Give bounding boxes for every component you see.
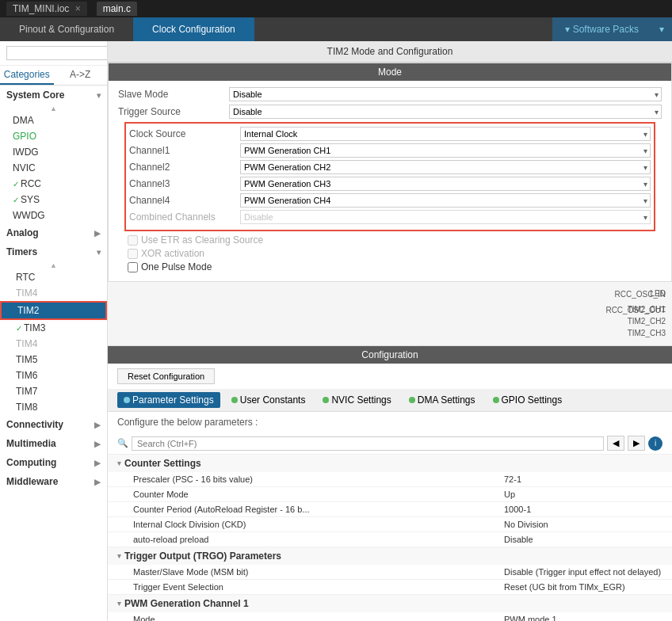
info-button[interactable]: i	[648, 436, 662, 451]
iwdg-label: IWDG	[13, 147, 39, 158]
dot-user-constants	[231, 397, 238, 403]
sidebar-item-tim3[interactable]: ✓ TIM3	[0, 320, 107, 336]
xor-row: XOR activation	[128, 248, 652, 259]
pwm-ch1-group: ▾ PWM Generation Channel 1 Mode PWM mode…	[108, 595, 672, 621]
sidebar-item-tim5[interactable]: TIM5	[0, 352, 107, 368]
rcc-label: RCC	[21, 178, 41, 189]
wwdg-label: WWDG	[13, 210, 45, 221]
sidebar-item-dma[interactable]: DMA	[0, 112, 107, 128]
param-tab-nvic-settings-label: NVIC Settings	[331, 394, 391, 406]
sidebar-tab-categories[interactable]: Categories	[0, 66, 54, 85]
counter-mode-value: Up	[504, 490, 662, 499]
nav-tab-pinout[interactable]: Pinout & Configuration	[0, 17, 133, 41]
tab-ioc-close[interactable]: ×	[75, 3, 81, 14]
sidebar-section-computing-header[interactable]: Computing ▶	[0, 453, 107, 472]
trgo-header[interactable]: ▾ Trigger Output (TRGO) Parameters	[108, 547, 672, 565]
one-pulse-label: One Pulse Mode	[141, 261, 212, 272]
sidebar-item-tim6[interactable]: TIM6	[0, 368, 107, 383]
sidebar-item-nvic[interactable]: NVIC	[0, 160, 107, 176]
msm-name: Master/Slave Mode (MSM bit)	[133, 567, 504, 577]
sidebar-item-wwdg[interactable]: WWDG	[0, 208, 107, 223]
software-packs-right-btn[interactable]: ▾	[651, 17, 672, 41]
combined-channels-select[interactable]: Disable	[240, 210, 651, 224]
check-icon-tim3: ✓	[16, 324, 22, 333]
software-packs-btn[interactable]: ▾ Software Packs	[552, 17, 651, 41]
slave-mode-label: Slave Mode	[118, 89, 229, 100]
dot-dma-settings	[409, 397, 415, 403]
param-row-prescaler: Prescaler (PSC - 16 bits value) 72-1	[108, 472, 672, 487]
channel3-select[interactable]: PWM Generation CH3	[240, 177, 651, 191]
param-tab-user-constants[interactable]: User Constants	[225, 392, 312, 408]
param-tab-nvic-settings[interactable]: NVIC Settings	[316, 392, 397, 408]
sidebar-section-middleware-header[interactable]: Middleware ▶	[0, 472, 107, 491]
reset-config-button[interactable]: Reset Configuration	[117, 368, 215, 384]
pwm-mode-name: Mode	[133, 615, 504, 621]
sidebar-section-multimedia-header[interactable]: Multimedia ▶	[0, 434, 107, 453]
nav-tab-clock[interactable]: Clock Configuration	[133, 17, 254, 41]
sidebar-item-sys[interactable]: ✓ SYS	[0, 192, 107, 208]
sidebar-item-tim8[interactable]: TIM8	[0, 399, 107, 415]
ckd-name: Internal Clock Division (CKD)	[133, 520, 504, 529]
xor-label: XOR activation	[141, 248, 204, 259]
sidebar-section-system-core-header[interactable]: System Core ▾	[0, 86, 107, 105]
check-icon-rcc: ✓	[13, 180, 19, 189]
tab-main-label: main.c	[103, 3, 131, 14]
param-tab-dma-settings[interactable]: DMA Settings	[403, 392, 482, 408]
trigger-source-select-wrapper: Disable	[229, 105, 662, 119]
sidebar-item-tim7[interactable]: TIM7	[0, 383, 107, 399]
clock-source-select[interactable]: Internal Clock	[240, 127, 651, 141]
tim2-ch3-label: TIM2_CH3	[628, 329, 666, 337]
trgo-group: ▾ Trigger Output (TRGO) Parameters Maste…	[108, 547, 672, 595]
use-etr-row: Use ETR as Clearing Source	[128, 234, 652, 246]
slave-mode-select[interactable]: Disable	[229, 87, 662, 101]
counter-settings-group: ▾ Counter Settings Prescaler (PSC - 16 b…	[108, 455, 672, 547]
sidebar-section-analog-header[interactable]: Analog ▶	[0, 223, 107, 242]
sidebar-item-rcc[interactable]: ✓ RCC	[0, 176, 107, 192]
sidebar-item-tim4[interactable]: TIM4	[0, 336, 107, 352]
search-input[interactable]	[132, 436, 604, 451]
search-next-button[interactable]: ▶	[628, 436, 645, 451]
sidebar-item-tim4-first[interactable]: TIM4	[0, 285, 107, 301]
xor-checkbox[interactable]	[128, 249, 138, 259]
sidebar-tab-az-label: A->Z	[70, 69, 90, 80]
channel4-select[interactable]: PWM Generation CH4	[240, 193, 651, 208]
trigger-source-label: Trigger Source	[118, 106, 229, 117]
chevron-up-icon: ▾	[97, 91, 101, 100]
tim4-first-label: TIM4	[16, 288, 37, 299]
sidebar-tab-az[interactable]: A->Z	[54, 66, 108, 85]
middleware-label: Middleware	[6, 476, 58, 487]
pwm-ch1-header[interactable]: ▾ PWM Generation Channel 1	[108, 595, 672, 612]
sidebar-section-connectivity-header[interactable]: Connectivity ▶	[0, 415, 107, 434]
sidebar-section-analog: Analog ▶	[0, 223, 107, 242]
use-etr-checkbox[interactable]	[128, 235, 138, 246]
tim8-label: TIM8	[16, 402, 37, 413]
sidebar-section-timers-header[interactable]: Timers ▾	[0, 242, 107, 261]
chevron-down-icon-trgo: ▾	[117, 552, 121, 560]
channel2-select[interactable]: PWM Generation CH2	[240, 160, 651, 174]
search-prev-button[interactable]: ◀	[607, 436, 624, 451]
sidebar-section-computing: Computing ▶	[0, 453, 107, 472]
counter-settings-header[interactable]: ▾ Counter Settings	[108, 455, 672, 472]
sidebar-search-input[interactable]	[6, 46, 108, 60]
dot-nvic-settings	[323, 397, 329, 403]
chevron-down-icon-counter: ▾	[117, 459, 121, 467]
tim2-mode-panel: Mode Slave Mode Disable	[108, 63, 672, 282]
config-toolbar: Reset Configuration	[108, 364, 672, 389]
param-row-ckd: Internal Clock Division (CKD) No Divisio…	[108, 517, 672, 532]
one-pulse-checkbox[interactable]	[128, 262, 138, 272]
sidebar-item-iwdg[interactable]: IWDG	[0, 144, 107, 160]
param-tab-parameter-settings[interactable]: Parameter Settings	[117, 392, 220, 408]
tab-ioc[interactable]: TIM_MINI.ioc ×	[6, 2, 87, 16]
sidebar-item-tim2[interactable]: TIM2	[0, 301, 107, 320]
sidebar-item-gpio[interactable]: GPIO	[0, 128, 107, 144]
channel1-select[interactable]: PWM Generation CH1	[240, 143, 651, 158]
chevron-down-icon-right: ▾	[659, 24, 664, 35]
trigger-source-select[interactable]: Disable	[229, 105, 662, 119]
param-tab-gpio-settings[interactable]: GPIO Settings	[487, 392, 569, 408]
sidebar: ⚙ Categories A->Z System Core ▾ ▲ DMA GP…	[0, 41, 108, 621]
prescaler-name: Prescaler (PSC - 16 bits value)	[133, 474, 504, 484]
tab-main[interactable]: main.c	[97, 2, 137, 16]
sidebar-item-rtc[interactable]: RTC	[0, 269, 107, 285]
mode-header-text: Mode	[378, 67, 402, 78]
param-tab-parameter-settings-label: Parameter Settings	[132, 394, 214, 406]
